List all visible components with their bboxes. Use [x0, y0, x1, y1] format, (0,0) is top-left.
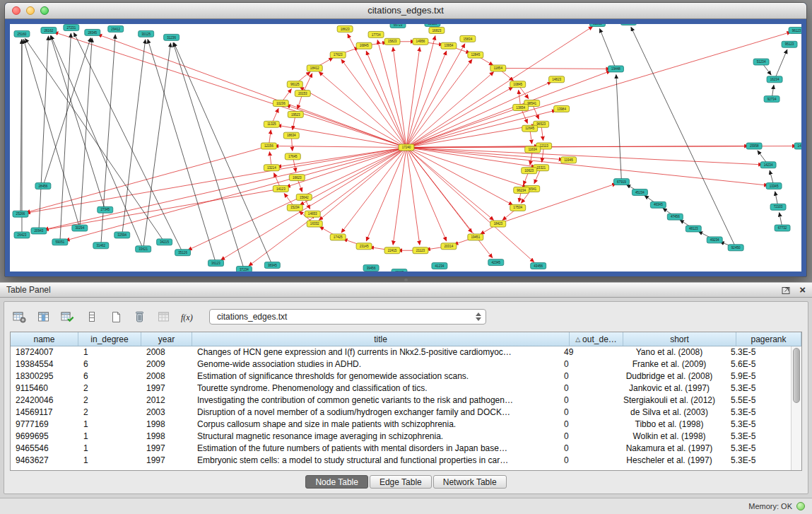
graph-node[interactable]: 92734	[764, 96, 779, 103]
graph-node[interactable]: 26423	[14, 232, 30, 238]
window-titlebar[interactable]: citations_edges.txt	[5, 3, 806, 19]
close-panel-icon[interactable]: ×	[799, 286, 806, 294]
graph-node[interactable]: 11945	[561, 157, 577, 163]
graph-node[interactable]: 96125	[287, 81, 302, 88]
graph-node[interactable]: 18623	[337, 25, 353, 32]
table-row[interactable]: 969969511998Structural magnetic resonanc…	[11, 431, 791, 443]
graph-node[interactable]: 11325	[264, 121, 279, 127]
graph-node[interactable]: 28456	[35, 183, 51, 189]
float-panel-icon[interactable]	[782, 286, 791, 295]
zoom-window-button[interactable]	[40, 6, 49, 15]
column-header-out_de[interactable]: △out_de…	[570, 332, 623, 346]
table-row[interactable]: 1830029562008Estimation of significance …	[11, 370, 791, 382]
tab-network-table[interactable]: Network Table	[433, 475, 507, 489]
graph-node[interactable]: 59051	[52, 239, 68, 245]
graph-node[interactable]: 11854	[490, 65, 506, 71]
table-row[interactable]: 911546021997Tourette syndrome. Phenomeno…	[11, 382, 791, 395]
column-header-pagerank[interactable]: pagerank	[736, 332, 801, 346]
graph-node[interactable]: 82345	[620, 24, 636, 25]
column-header-name[interactable]: name	[11, 332, 78, 346]
graph-node[interactable]: 39456	[363, 265, 379, 271]
graph-node[interactable]: 12156	[261, 143, 276, 149]
graph-node[interactable]: 48123	[686, 226, 701, 232]
graph-node[interactable]: 15834	[460, 35, 476, 42]
table-row[interactable]: 1938455462009Genome-wide association stu…	[11, 358, 791, 370]
graph-node[interactable]: 12645	[522, 125, 538, 132]
graph-node[interactable]: 11634	[525, 146, 541, 153]
graph-node[interactable]: 67732	[775, 225, 790, 231]
graph-node[interactable]: 19448	[608, 66, 623, 72]
graph-node[interactable]: 38345	[264, 262, 280, 269]
table-row[interactable]: 2242004622012Investigating the contribut…	[11, 395, 791, 407]
minimize-window-button[interactable]	[26, 6, 35, 15]
graph-node[interactable]: 13214	[264, 165, 279, 171]
graph-node[interactable]: 17623	[330, 52, 346, 58]
graph-node[interactable]: 16332	[307, 221, 322, 227]
scrollbar-thumb[interactable]	[793, 348, 800, 403]
graph-node[interactable]: 92450	[728, 245, 743, 251]
graph-node[interactable]: 16845	[356, 42, 372, 49]
graph-node[interactable]: 14345	[794, 143, 801, 149]
graph-node[interactable]: 96234	[514, 187, 529, 194]
rows-icon[interactable]	[82, 308, 101, 325]
graph-node[interactable]: 13954	[441, 42, 457, 49]
table-row[interactable]: 977716911998Corpus callosum shape and si…	[11, 419, 791, 431]
graph-node[interactable]: 14234	[760, 162, 776, 168]
graph-node[interactable]: 17734	[368, 31, 384, 37]
graph-node[interactable]: 72103	[770, 204, 786, 210]
graph-node[interactable]: 16823	[429, 27, 445, 33]
column-header-in_degree[interactable]: in_degree	[78, 332, 141, 346]
graph-node[interactable]: 20153	[295, 90, 310, 97]
table-settings-icon[interactable]	[10, 308, 29, 325]
graph-node[interactable]: 96123	[789, 27, 801, 33]
table-row[interactable]: 1872400712008Changes of HCN gene express…	[11, 346, 791, 358]
graph-node[interactable]: 95123	[782, 41, 797, 47]
table-columns-icon[interactable]	[34, 308, 53, 325]
graph-node[interactable]: 15958	[746, 143, 762, 149]
graph-node[interactable]: 35126	[175, 250, 191, 256]
graph-node[interactable]: 27345	[98, 206, 113, 213]
graph-node[interactable]: 37234	[236, 267, 252, 271]
graph-node[interactable]: 27231	[64, 24, 79, 30]
graph-node[interactable]: 15234	[287, 204, 302, 211]
graph-node[interactable]: 47456	[667, 214, 683, 220]
tab-node-table[interactable]: Node Table	[305, 475, 368, 489]
graph-node[interactable]: 49234	[707, 237, 722, 243]
graph-node[interactable]: 45234	[632, 189, 647, 195]
graph-node[interactable]: 19451	[468, 234, 483, 240]
graph-node[interactable]: 33621	[136, 246, 151, 252]
column-header-short[interactable]: short	[623, 332, 736, 346]
graph-node[interactable]: 30294	[72, 225, 88, 231]
graph-node[interactable]: 10623	[522, 168, 537, 174]
network-file-select[interactable]: citations_edges.txt	[209, 309, 486, 325]
graph-node[interactable]: 15823	[384, 38, 400, 45]
delete-icon[interactable]	[130, 308, 149, 325]
table-row[interactable]: 1456911722003Disruption of a novel membe…	[11, 407, 791, 419]
graph-node[interactable]: 29412	[108, 25, 124, 32]
graph-node[interactable]: 18634	[283, 132, 299, 139]
graph-node[interactable]: 81830	[590, 24, 606, 26]
table-disabled-icon[interactable]	[154, 308, 173, 325]
graph-node[interactable]: 31462	[93, 243, 109, 249]
graph-node[interactable]: 32594	[114, 232, 130, 238]
graph-node[interactable]: 10236	[273, 100, 288, 107]
new-document-icon[interactable]	[106, 308, 125, 325]
graph-node[interactable]: 14123	[273, 186, 288, 192]
graph-node[interactable]: 34215	[157, 239, 172, 245]
graph-node[interactable]: 21123	[413, 247, 428, 254]
graph-node[interactable]: 26162	[41, 27, 57, 33]
graph-node[interactable]: 19523	[288, 111, 303, 117]
graph-node[interactable]: 15642	[296, 194, 312, 200]
graph-node[interactable]: 31236	[164, 34, 180, 40]
graph-node[interactable]: 17425	[330, 234, 346, 240]
graph-node[interactable]: 42345	[488, 259, 504, 266]
network-view[interactable]: 1724012113153211654117534184231945120314…	[10, 24, 801, 271]
graph-node[interactable]: 18412	[307, 65, 322, 71]
tab-edge-table[interactable]: Edge Table	[370, 475, 432, 489]
graph-node[interactable]: 13984	[554, 106, 570, 112]
graph-node[interactable]: 30125	[139, 30, 154, 37]
graph-node[interactable]: 20943	[31, 228, 47, 234]
graph-node[interactable]: 23145	[356, 243, 372, 250]
graph-node[interactable]: 18423	[490, 221, 506, 227]
graph-node[interactable]: 41234	[432, 263, 447, 269]
